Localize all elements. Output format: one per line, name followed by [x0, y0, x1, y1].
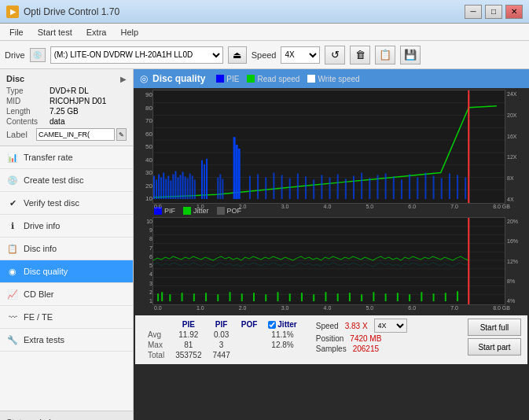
svg-rect-47	[345, 179, 347, 199]
menu-file[interactable]: File	[3, 26, 30, 39]
stats-col-pof: POF	[237, 320, 263, 329]
refresh-button[interactable]: ↺	[325, 46, 345, 64]
svg-rect-89	[337, 293, 339, 301]
svg-rect-81	[241, 293, 243, 301]
svg-rect-73	[157, 293, 159, 301]
svg-rect-35	[249, 175, 251, 199]
y-label-bot-7: 7	[135, 245, 152, 251]
y-label-top-70: 70	[135, 117, 152, 124]
nav-label: Disc info	[24, 244, 57, 253]
verify-disc-icon: ✔	[6, 197, 19, 209]
svg-rect-10	[158, 175, 160, 200]
window-controls: ─ □ ✕	[465, 5, 523, 19]
svg-rect-15	[170, 180, 171, 199]
disc-contents-key: Contents	[6, 117, 50, 126]
svg-rect-86	[301, 293, 303, 301]
nav-extra-tests[interactable]: 🔧 Extra tests	[0, 329, 133, 352]
y-right-bot-16: 16%	[507, 238, 527, 244]
svg-rect-39	[281, 175, 283, 199]
disc-label-btn[interactable]: ✎	[116, 128, 127, 141]
content-header: ◎ Disc quality PIE Read speed Write spee…	[134, 69, 529, 88]
transfer-rate-icon: 📊	[6, 151, 19, 164]
disc-header: Disc ▶	[6, 74, 127, 83]
disc-label-input[interactable]	[36, 128, 115, 141]
svg-rect-75	[169, 294, 171, 301]
drive-label: Drive	[5, 50, 25, 60]
copy-button[interactable]: 📋	[375, 46, 395, 64]
nav-label: CD Bler	[24, 289, 54, 299]
svg-rect-99	[457, 291, 458, 301]
legend-write-speed-box	[307, 75, 315, 83]
y-right-bot-20: 20%	[507, 219, 527, 224]
nav-fe-te[interactable]: 〰 FE / TE	[0, 306, 133, 329]
close-button[interactable]: ✕	[505, 5, 523, 19]
nav-cd-bler[interactable]: 📈 CD Bler	[0, 283, 133, 306]
svg-rect-21	[185, 176, 186, 199]
minimize-button[interactable]: ─	[465, 5, 482, 19]
app-title: Opti Drive Control 1.70	[24, 6, 119, 17]
eject-button[interactable]: ⏏	[228, 46, 247, 64]
start-part-button[interactable]: Start part	[468, 338, 521, 356]
menu-extra[interactable]: Extra	[80, 26, 113, 39]
y-label-bot-4: 4	[135, 271, 152, 277]
stats-area: PIE PIF POF Jitter Avg 11.92	[135, 315, 527, 364]
jitter-checkbox[interactable]	[268, 321, 276, 329]
svg-rect-34	[238, 149, 241, 199]
svg-rect-94	[397, 293, 399, 301]
start-full-button[interactable]: Start full	[468, 319, 521, 336]
position-value: 7420 MB	[350, 334, 381, 343]
bottom-chart-x-labels: 0.0 1.0 2.0 3.0 4.0 5.0 6.0 7.0 8.0 GB	[135, 305, 527, 311]
create-disc-icon: 💿	[6, 174, 19, 186]
y-label-top-20: 20	[135, 182, 152, 190]
erase-button[interactable]: 🗑	[350, 46, 370, 64]
nav-disc-info[interactable]: 📋 Disc info	[0, 238, 133, 260]
max-pof	[237, 341, 263, 349]
y-right-bot-4: 4%	[507, 298, 527, 304]
menu-start-test[interactable]: Start test	[31, 26, 79, 39]
max-pif: 3	[208, 341, 235, 349]
disc-arrow[interactable]: ▶	[120, 75, 127, 83]
top-chart	[152, 90, 505, 204]
y-label-top-50: 50	[135, 143, 152, 150]
avg-jitter: 11.1%	[263, 330, 301, 339]
svg-rect-77	[193, 293, 195, 301]
maximize-button[interactable]: □	[485, 5, 502, 19]
y-label-bot-1: 1	[135, 298, 152, 304]
y-right-top-20x: 20X	[507, 112, 527, 118]
svg-rect-16	[172, 175, 174, 200]
speed-select[interactable]: 4X 8X 16X	[281, 46, 320, 64]
svg-rect-91	[361, 294, 362, 301]
svg-rect-84	[277, 292, 278, 301]
toolbar: Drive 💿 (M:) LITE-ON DVDRW LH-20A1H LL0D…	[0, 41, 529, 69]
drive-select[interactable]: (M:) LITE-ON DVDRW LH-20A1H LL0D	[50, 46, 223, 64]
disc-mid-key: MID	[6, 97, 50, 105]
legend-read-speed-label: Read speed	[257, 75, 299, 83]
svg-rect-97	[433, 293, 435, 301]
svg-rect-31	[222, 179, 223, 199]
avg-label: Avg	[143, 330, 169, 339]
svg-rect-13	[165, 179, 167, 199]
svg-rect-55	[409, 175, 410, 200]
sidebar: Disc ▶ Type DVD+R DL MID RICOHJPN D01 Le…	[0, 69, 134, 420]
position-key: Position	[316, 334, 344, 343]
nav-disc-quality[interactable]: ◉ Disc quality	[0, 260, 133, 283]
extra-tests-icon: 🔧	[6, 333, 19, 346]
disc-quality-header-icon: ◎	[140, 73, 148, 84]
svg-rect-50	[369, 178, 370, 199]
nav-verify-test-disc[interactable]: ✔ Verify test disc	[0, 192, 133, 215]
max-pie: 81	[171, 341, 206, 349]
main-layout: Disc ▶ Type DVD+R DL MID RICOHJPN D01 Le…	[0, 69, 529, 420]
svg-rect-92	[373, 292, 374, 301]
svg-rect-83	[265, 294, 266, 301]
nav-transfer-rate[interactable]: 📊 Transfer rate	[0, 146, 133, 169]
svg-rect-74	[161, 292, 163, 301]
nav-create-test-disc[interactable]: 💿 Create test disc	[0, 169, 133, 192]
total-pof	[237, 351, 263, 359]
menu-help[interactable]: Help	[114, 26, 145, 39]
status-window[interactable]: Status window > >	[0, 411, 133, 420]
nav-drive-info[interactable]: ℹ Drive info	[0, 215, 133, 238]
svg-rect-93	[385, 293, 387, 301]
save-button[interactable]: 💾	[400, 46, 421, 64]
speed-selector[interactable]: 4X 8X	[374, 319, 407, 333]
disc-contents-val: data	[50, 117, 64, 126]
